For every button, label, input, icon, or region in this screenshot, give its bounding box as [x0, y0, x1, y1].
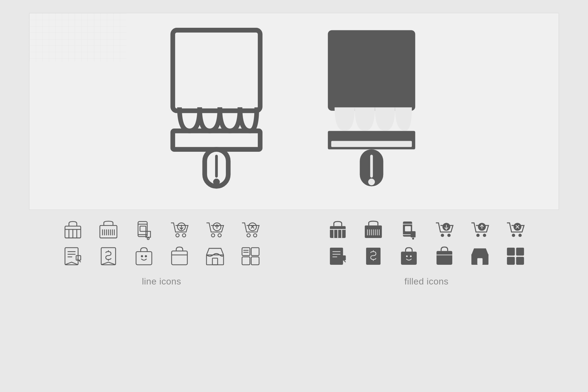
- filled-icons-row2: [294, 246, 559, 267]
- svg-rect-1: [173, 30, 260, 111]
- receipt-line-icon: [55, 246, 90, 267]
- main-area: line icons filled icons: [29, 13, 559, 293]
- svg-rect-60: [411, 232, 415, 237]
- svg-rect-91: [251, 248, 259, 255]
- svg-point-66: [476, 234, 479, 237]
- brush-filled-icon: [323, 27, 420, 196]
- bag-filled-icon: [426, 246, 462, 267]
- cart-remove-filled-icon: [498, 220, 533, 241]
- svg-rect-89: [212, 258, 217, 265]
- svg-point-35: [218, 234, 221, 237]
- cart-remove-line-icon: [233, 220, 268, 241]
- svg-rect-83: [136, 252, 152, 265]
- bag-smiley-line-icon: [126, 246, 162, 267]
- svg-point-71: [518, 234, 521, 237]
- svg-rect-111: [471, 254, 488, 256]
- grid-background: [29, 13, 126, 62]
- svg-point-38: [247, 234, 250, 237]
- svg-point-29: [147, 238, 149, 240]
- svg-rect-2: [173, 131, 260, 149]
- dollar-receipt-line-icon: [90, 246, 126, 267]
- products-filled-icon: [498, 246, 533, 267]
- svg-rect-86: [172, 251, 187, 265]
- bag-smiley-filled-icon: [391, 246, 426, 267]
- svg-point-5: [213, 179, 220, 185]
- cart-upload-line-icon: [197, 220, 233, 241]
- svg-point-67: [483, 234, 486, 237]
- barcode-basket-filled-icon: [355, 220, 391, 241]
- filled-icons-label-container: filled icons: [294, 276, 559, 287]
- svg-rect-110: [477, 258, 482, 265]
- icon-rows: [29, 220, 559, 267]
- products-line-icon: [233, 246, 268, 267]
- cart-upload-filled-icon: [462, 220, 498, 241]
- icon-row-1: [29, 220, 559, 241]
- store-filled-icon: [462, 246, 498, 267]
- line-icons-row2: [29, 246, 294, 267]
- svg-rect-115: [516, 257, 524, 265]
- labels-row: line icons filled icons: [29, 276, 559, 287]
- svg-point-31: [182, 234, 185, 237]
- svg-point-30: [176, 234, 179, 237]
- brush-outline-icon: [168, 27, 265, 196]
- svg-point-106: [410, 255, 412, 257]
- cart-download-line-icon: [162, 220, 197, 241]
- svg-rect-92: [242, 257, 250, 265]
- svg-rect-107: [436, 251, 452, 265]
- cart-download-filled-icon: [426, 220, 462, 241]
- svg-rect-93: [251, 257, 259, 265]
- brush-icons-row: [168, 27, 420, 196]
- svg-point-70: [512, 234, 515, 237]
- filled-icons-label: filled icons: [404, 276, 449, 287]
- line-icons-label: line icons: [142, 276, 181, 287]
- svg-rect-101: [366, 248, 381, 265]
- grid-panel: [29, 13, 559, 210]
- svg-rect-28: [140, 226, 146, 231]
- svg-point-105: [406, 255, 407, 257]
- icon-row-2: [29, 246, 559, 267]
- svg-point-39: [253, 234, 257, 237]
- svg-rect-59: [405, 226, 411, 231]
- svg-point-85: [145, 255, 146, 257]
- line-icons-row1: [29, 220, 294, 241]
- svg-point-63: [447, 234, 450, 237]
- barcode-basket-line-icon: [90, 220, 126, 241]
- line-icons-label-container: line icons: [29, 276, 294, 287]
- mobile-shop-line-icon: [126, 220, 162, 241]
- svg-rect-6: [328, 30, 415, 111]
- basket-line-icon: [55, 220, 90, 241]
- svg-point-62: [441, 234, 444, 237]
- bottom-section: line icons filled icons: [29, 210, 559, 293]
- svg-point-11: [368, 179, 375, 185]
- svg-rect-112: [507, 248, 515, 255]
- svg-rect-90: [242, 248, 250, 255]
- svg-point-34: [211, 234, 215, 237]
- store-line-icon: [197, 246, 233, 267]
- basket-filled-icon: [320, 220, 355, 241]
- receipt-filled-icon: [320, 246, 355, 267]
- svg-point-84: [141, 255, 142, 257]
- mobile-shop-filled-icon: [391, 220, 426, 241]
- dollar-receipt-filled-icon: [355, 246, 391, 267]
- svg-rect-114: [507, 257, 515, 265]
- svg-rect-8: [331, 141, 412, 147]
- svg-rect-0: [29, 13, 126, 62]
- svg-rect-104: [401, 252, 417, 265]
- filled-icons-row1: [294, 220, 559, 241]
- bag-line-icon: [162, 246, 197, 267]
- svg-point-61: [412, 238, 414, 240]
- svg-rect-113: [516, 248, 524, 255]
